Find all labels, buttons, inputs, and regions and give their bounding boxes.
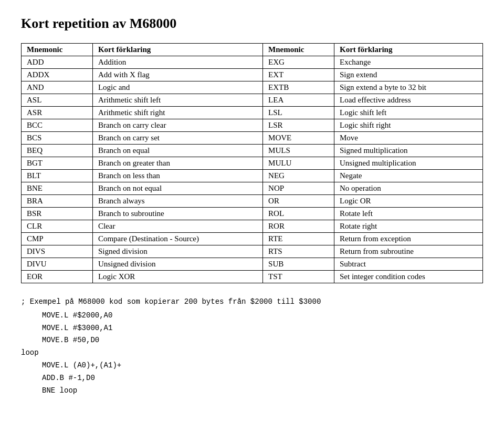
desc-right: Unsigned multiplication <box>334 157 482 170</box>
desc-right: Sign extend a byte to 32 bit <box>334 81 482 94</box>
table-row: EORLogic XORTSTSet integer condition cod… <box>22 271 483 283</box>
page-title: Kort repetition av M68000 <box>21 16 483 32</box>
mnemonic-left: AND <box>22 81 93 94</box>
desc-right: Signed multiplication <box>334 145 482 157</box>
mnemonic-left: BCS <box>22 132 93 145</box>
desc-left: Compare (Destination - Source) <box>92 233 262 245</box>
mnemonic-left: BRA <box>22 195 93 208</box>
desc-left: Branch on equal <box>92 145 262 157</box>
table-row: BCCBranch on carry clearLSRLogic shift r… <box>22 119 483 132</box>
mnemonic-left: BCC <box>22 119 93 132</box>
mnemonic-right: EXT <box>263 69 334 81</box>
desc-left: Branch on carry clear <box>92 119 262 132</box>
mnemonic-left: ADDX <box>22 69 93 81</box>
mnemonic-right: EXG <box>263 56 334 69</box>
desc-right: Return from subroutine <box>334 245 482 258</box>
table-row: CLRClearRORRotate right <box>22 220 483 233</box>
mnemonic-right: LSR <box>263 119 334 132</box>
mnemonic-left: ASR <box>22 107 93 119</box>
table-row: BCSBranch on carry setMOVEMove <box>22 132 483 145</box>
col-header-desc2: Kort förklaring <box>334 44 482 56</box>
mnemonic-right: RTS <box>263 245 334 258</box>
mnemonic-right: ROR <box>263 220 334 233</box>
mnemonic-left: BEQ <box>22 145 93 157</box>
mnemonic-right: NEG <box>263 170 334 182</box>
mnemonic-right: RTE <box>263 233 334 245</box>
mnemonic-right: MOVE <box>263 132 334 145</box>
mnemonic-left: BLT <box>22 170 93 182</box>
desc-left: Unsigned division <box>92 258 262 271</box>
table-row: ADDAdditionEXGExchange <box>22 56 483 69</box>
code-line: MOVE.L #$3000,A1 <box>21 322 483 335</box>
mnemonic-left: DIVU <box>22 258 93 271</box>
desc-left: Branch on less than <box>92 170 262 182</box>
desc-left: Branch on greater than <box>92 157 262 170</box>
mnemonic-left: CLR <box>22 220 93 233</box>
mnemonic-left: ADD <box>22 56 93 69</box>
desc-left: Logic XOR <box>92 271 262 283</box>
desc-left: Branch to subroutine <box>92 208 262 220</box>
code-line: MOVE.L #$2000,A0 <box>21 310 483 322</box>
col-header-mnemonic2: Mnemonic <box>263 44 334 56</box>
table-row: ASRArithmetic shift rightLSLLogic shift … <box>22 107 483 119</box>
mnemonic-left: ASL <box>22 94 93 107</box>
code-line: ADD.B #-1,D0 <box>21 372 483 385</box>
desc-left: Logic and <box>92 81 262 94</box>
table-row: BLTBranch on less thanNEGNegate <box>22 170 483 182</box>
mnemonic-right: ROL <box>263 208 334 220</box>
desc-right: Set integer condition codes <box>334 271 482 283</box>
desc-left: Signed division <box>92 245 262 258</box>
desc-right: Logic OR <box>334 195 482 208</box>
mnemonic-left: BNE <box>22 182 93 195</box>
desc-right: Move <box>334 132 482 145</box>
mnemonic-right: LSL <box>263 107 334 119</box>
code-comment: ; Exempel på M68000 kod som kopierar 200… <box>21 296 483 309</box>
instruction-table-container: Mnemonic Kort förklaring Mnemonic Kort f… <box>21 43 483 283</box>
instruction-table: Mnemonic Kort förklaring Mnemonic Kort f… <box>21 43 483 283</box>
desc-right: Subtract <box>334 258 482 271</box>
desc-left: Add with X flag <box>92 69 262 81</box>
code-line: MOVE.L (A0)+,(A1)+ <box>21 360 483 372</box>
desc-right: Rotate right <box>334 220 482 233</box>
mnemonic-left: BGT <box>22 157 93 170</box>
table-row: BEQBranch on equalMULSSigned multiplicat… <box>22 145 483 157</box>
desc-left: Addition <box>92 56 262 69</box>
desc-left: Branch on carry set <box>92 132 262 145</box>
desc-left: Arithmetic shift left <box>92 94 262 107</box>
table-row: BRABranch alwaysORLogic OR <box>22 195 483 208</box>
desc-left: Arithmetic shift right <box>92 107 262 119</box>
mnemonic-right: OR <box>263 195 334 208</box>
mnemonic-right: LEA <box>263 94 334 107</box>
desc-right: Logic shift left <box>334 107 482 119</box>
code-line: BNE loop <box>21 385 483 397</box>
table-row: DIVUUnsigned divisionSUBSubtract <box>22 258 483 271</box>
code-section: ; Exempel på M68000 kod som kopierar 200… <box>21 296 483 397</box>
table-row: BNEBranch on not equalNOPNo operation <box>22 182 483 195</box>
mnemonic-right: SUB <box>263 258 334 271</box>
table-row: BSRBranch to subroutineROLRotate left <box>22 208 483 220</box>
table-row: ASLArithmetic shift leftLEALoad effectiv… <box>22 94 483 107</box>
code-line: MOVE.B #50,D0 <box>21 334 483 347</box>
desc-right: Exchange <box>334 56 482 69</box>
table-row: CMPCompare (Destination - Source)RTERetu… <box>22 233 483 245</box>
col-header-mnemonic1: Mnemonic <box>22 44 93 56</box>
mnemonic-left: EOR <box>22 271 93 283</box>
table-row: ADDXAdd with X flagEXTSign extend <box>22 69 483 81</box>
desc-right: Return from exception <box>334 233 482 245</box>
desc-right: Rotate left <box>334 208 482 220</box>
table-header-row: Mnemonic Kort förklaring Mnemonic Kort f… <box>22 44 483 56</box>
desc-right: Load effective address <box>334 94 482 107</box>
table-row: DIVSSigned divisionRTSReturn from subrou… <box>22 245 483 258</box>
desc-left: Branch on not equal <box>92 182 262 195</box>
desc-right: Negate <box>334 170 482 182</box>
mnemonic-right: NOP <box>263 182 334 195</box>
mnemonic-right: EXTB <box>263 81 334 94</box>
mnemonic-right: MULU <box>263 157 334 170</box>
desc-right: Sign extend <box>334 69 482 81</box>
mnemonic-left: CMP <box>22 233 93 245</box>
table-row: ANDLogic andEXTBSign extend a byte to 32… <box>22 81 483 94</box>
table-row: BGTBranch on greater thanMULUUnsigned mu… <box>22 157 483 170</box>
desc-left: Clear <box>92 220 262 233</box>
mnemonic-right: TST <box>263 271 334 283</box>
code-line: loop <box>21 347 483 360</box>
